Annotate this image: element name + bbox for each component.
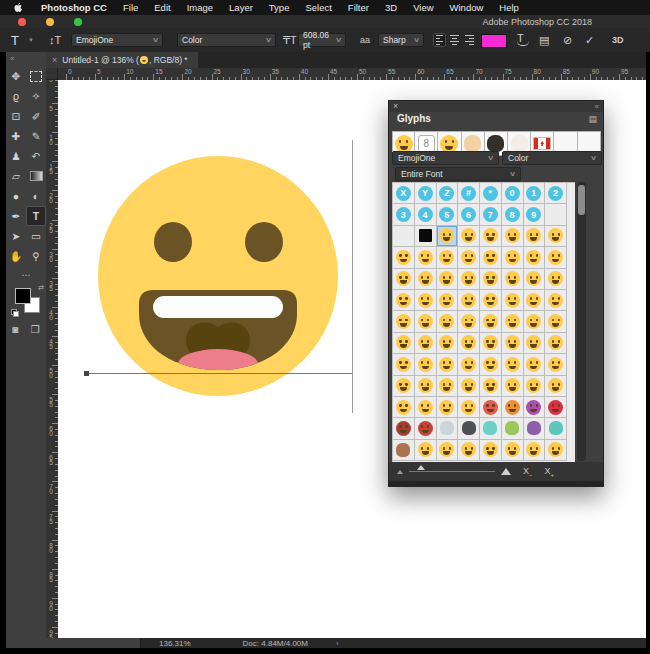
glyph-cell[interactable]: # bbox=[458, 183, 480, 204]
glyph-cell[interactable] bbox=[480, 376, 502, 397]
glyph-cell[interactable] bbox=[524, 226, 546, 247]
glyph-cell[interactable] bbox=[458, 247, 480, 268]
glyph-cell[interactable]: 0 bbox=[502, 183, 524, 204]
menu-item-type[interactable]: Type bbox=[261, 2, 298, 13]
glyph-cell[interactable] bbox=[545, 376, 567, 397]
glyph-cell[interactable] bbox=[502, 247, 524, 268]
glyph-cell[interactable] bbox=[415, 440, 437, 461]
text-orientation-icon[interactable]: ↕T bbox=[49, 28, 61, 52]
menu-item-layer[interactable]: Layer bbox=[221, 2, 261, 13]
glyph-cell[interactable] bbox=[502, 226, 524, 247]
glyph-cell[interactable] bbox=[458, 418, 480, 439]
glyph-cell[interactable] bbox=[415, 333, 437, 354]
glyph-cell[interactable] bbox=[524, 376, 546, 397]
font-style-field[interactable]: Color ∨ bbox=[177, 33, 276, 47]
document-size-info[interactable]: Doc: 4.84M/4.00M bbox=[243, 639, 308, 648]
glyph-cell[interactable] bbox=[524, 333, 546, 354]
glyph-cell[interactable] bbox=[437, 247, 459, 268]
close-window-button[interactable] bbox=[18, 18, 26, 26]
zoom-in-glyphs-icon[interactable] bbox=[501, 468, 511, 475]
shape-tool[interactable]: ▭ bbox=[26, 226, 46, 246]
screen-mode-icon[interactable]: ❐ bbox=[31, 324, 40, 335]
toggle-panels-icon[interactable]: ▤ bbox=[539, 28, 549, 52]
brush-tool[interactable]: ✎ bbox=[26, 126, 46, 146]
glyph-scope-field[interactable]: Entire Font ∨ bbox=[395, 167, 521, 181]
close-panel-icon[interactable]: × bbox=[393, 101, 398, 112]
commit-edits-button[interactable]: ✓ bbox=[585, 28, 594, 52]
edit-toolbar-ellipsis[interactable]: ⋯ bbox=[6, 270, 46, 280]
glyph-cell[interactable] bbox=[502, 397, 524, 418]
glyph-cell[interactable] bbox=[458, 333, 480, 354]
apple-logo-icon[interactable] bbox=[14, 2, 23, 13]
glyph-cell[interactable] bbox=[393, 333, 415, 354]
glyph-cell[interactable] bbox=[393, 354, 415, 375]
crop-tool[interactable]: ⊡ bbox=[6, 106, 26, 126]
menu-item-select[interactable]: Select bbox=[297, 2, 339, 13]
minimize-window-button[interactable] bbox=[46, 18, 54, 26]
tool-preset-chevron-icon[interactable]: ▼ bbox=[28, 28, 34, 52]
menu-item-edit[interactable]: Edit bbox=[146, 2, 178, 13]
glyph-cell[interactable] bbox=[502, 376, 524, 397]
healing-brush-tool[interactable]: ✚ bbox=[6, 126, 26, 146]
glyph-cell[interactable] bbox=[415, 226, 437, 247]
lasso-tool[interactable]: ϱ bbox=[6, 86, 26, 106]
glyph-cell[interactable]: 7 bbox=[480, 204, 502, 225]
glyph-cell[interactable] bbox=[545, 440, 567, 461]
glyph-scale-up-button[interactable]: X+ bbox=[545, 466, 555, 478]
glyph-cell[interactable] bbox=[393, 290, 415, 311]
glyph-cell[interactable] bbox=[415, 290, 437, 311]
menu-item-filter[interactable]: Filter bbox=[340, 2, 377, 13]
menu-item-window[interactable]: Window bbox=[442, 2, 492, 13]
blur-tool[interactable]: ● bbox=[6, 186, 26, 206]
glyph-cell[interactable]: 1 bbox=[524, 183, 546, 204]
glyph-cell[interactable] bbox=[415, 269, 437, 290]
glyph-cell[interactable]: 4 bbox=[415, 204, 437, 225]
glyph-cell[interactable]: 3 bbox=[393, 204, 415, 225]
glyph-cell[interactable] bbox=[458, 397, 480, 418]
glyph-cell[interactable] bbox=[393, 311, 415, 332]
glyph-cell[interactable] bbox=[393, 440, 415, 461]
glyph-cell[interactable] bbox=[480, 440, 502, 461]
align-right-button[interactable] bbox=[463, 33, 476, 47]
glyph-cell[interactable] bbox=[415, 311, 437, 332]
glyph-cell[interactable] bbox=[524, 311, 546, 332]
glyph-cell[interactable] bbox=[415, 397, 437, 418]
glyph-cell[interactable]: Y bbox=[415, 183, 437, 204]
glyph-cell[interactable] bbox=[545, 226, 567, 247]
glyph-cell[interactable] bbox=[437, 290, 459, 311]
glyph-cell[interactable] bbox=[545, 397, 567, 418]
slider-thumb[interactable] bbox=[417, 465, 425, 470]
font-family-field[interactable]: EmojiOne ∨ bbox=[71, 33, 163, 47]
glyph-cell[interactable] bbox=[545, 290, 567, 311]
glyph-cell[interactable] bbox=[393, 397, 415, 418]
menu-item-file[interactable]: File bbox=[115, 2, 146, 13]
3d-button[interactable]: 3D bbox=[612, 28, 624, 52]
move-tool[interactable]: ✥ bbox=[6, 66, 26, 86]
glyph-cell[interactable] bbox=[393, 376, 415, 397]
glyph-cell[interactable] bbox=[524, 269, 546, 290]
glyph-cell[interactable] bbox=[458, 354, 480, 375]
glyph-cell[interactable] bbox=[458, 269, 480, 290]
glyph-cell[interactable] bbox=[502, 290, 524, 311]
glyph-scale-down-button[interactable]: X− bbox=[523, 466, 533, 478]
glyph-cell[interactable] bbox=[545, 354, 567, 375]
glyphs-panel-drag-bar[interactable]: × « bbox=[389, 101, 603, 112]
path-selection-tool[interactable]: ➤ bbox=[6, 226, 26, 246]
glyph-cell[interactable]: Z bbox=[437, 183, 459, 204]
glyph-cell[interactable] bbox=[524, 354, 546, 375]
glyph-cell[interactable]: * bbox=[480, 183, 502, 204]
zoom-level-field[interactable]: 136.31% bbox=[159, 639, 191, 648]
glyph-cell[interactable] bbox=[545, 311, 567, 332]
default-colors-icon[interactable] bbox=[11, 309, 19, 317]
anti-alias-field[interactable]: Sharp ∨ bbox=[378, 33, 424, 47]
gradient-tool[interactable] bbox=[26, 166, 46, 186]
glyph-cell[interactable]: X bbox=[393, 183, 415, 204]
zoom-tool[interactable]: ⚲ bbox=[26, 246, 46, 266]
marquee-tool[interactable] bbox=[26, 66, 46, 86]
menu-item-help[interactable]: Help bbox=[491, 2, 527, 13]
glyph-cell[interactable] bbox=[480, 397, 502, 418]
glyph-cell[interactable] bbox=[415, 247, 437, 268]
glyph-cell[interactable] bbox=[502, 311, 524, 332]
baseline-handle[interactable] bbox=[84, 371, 89, 376]
swap-colors-icon[interactable]: ⇄ bbox=[38, 284, 44, 292]
